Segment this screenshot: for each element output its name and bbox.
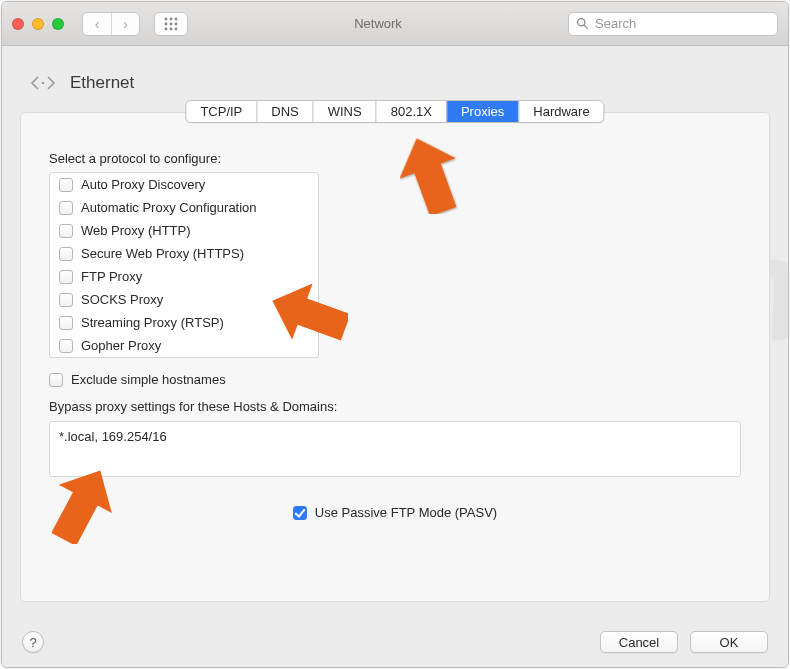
close-window-button[interactable] (12, 18, 24, 30)
exclude-checkbox[interactable] (49, 373, 63, 387)
svg-point-8 (175, 27, 178, 30)
protocol-label: FTP Proxy (81, 269, 142, 284)
pasv-row[interactable]: Use Passive FTP Mode (PASV) (49, 505, 741, 520)
window-frame: ‹ › Network Search PCrisk.com Ethernet T… (1, 1, 789, 668)
bottom-bar: ? Cancel OK (22, 631, 768, 653)
svg-point-2 (175, 17, 178, 20)
traffic-lights (12, 18, 64, 30)
bypass-label: Bypass proxy settings for these Hosts & … (49, 399, 741, 414)
window-title: Network (196, 16, 560, 31)
tab-wins[interactable]: WINS (313, 101, 376, 122)
checkbox[interactable] (59, 339, 73, 353)
bypass-textarea[interactable]: *.local, 169.254/16 (49, 421, 741, 477)
protocol-list: Auto Proxy Discovery Automatic Proxy Con… (49, 172, 319, 358)
cancel-button[interactable]: Cancel (600, 631, 678, 653)
minimize-window-button[interactable] (32, 18, 44, 30)
chevron-left-icon: ‹ (95, 16, 100, 32)
checkbox[interactable] (59, 316, 73, 330)
protocol-label: Streaming Proxy (RTSP) (81, 315, 224, 330)
svg-point-3 (165, 22, 168, 25)
nav-buttons: ‹ › (82, 12, 140, 36)
zoom-window-button[interactable] (52, 18, 64, 30)
protocol-label: Secure Web Proxy (HTTPS) (81, 246, 244, 261)
protocol-label: Auto Proxy Discovery (81, 177, 205, 192)
protocol-label: Automatic Proxy Configuration (81, 200, 257, 215)
protocol-row[interactable]: SOCKS Proxy (50, 288, 318, 311)
protocol-label: Web Proxy (HTTP) (81, 223, 191, 238)
protocol-section-label: Select a protocol to configure: (49, 151, 741, 166)
checkbox[interactable] (59, 201, 73, 215)
tab-8021x[interactable]: 802.1X (376, 101, 446, 122)
content-area: PCrisk.com Ethernet TCP/IP DNS WINS 802.… (2, 46, 788, 667)
tab-tcpip[interactable]: TCP/IP (186, 101, 256, 122)
forward-button[interactable]: › (111, 13, 139, 35)
protocol-label: Gopher Proxy (81, 338, 161, 353)
chevron-right-icon: › (123, 16, 128, 32)
checkbox[interactable] (59, 293, 73, 307)
checkbox[interactable] (59, 247, 73, 261)
checkbox[interactable] (59, 224, 73, 238)
search-icon (576, 17, 589, 30)
protocol-row[interactable]: FTP Proxy (50, 265, 318, 288)
exclude-hostnames-row[interactable]: Exclude simple hostnames (49, 372, 741, 387)
ok-button[interactable]: OK (690, 631, 768, 653)
svg-line-10 (584, 25, 587, 28)
protocol-row[interactable]: Secure Web Proxy (HTTPS) (50, 242, 318, 265)
back-button[interactable]: ‹ (83, 13, 111, 35)
protocol-row[interactable]: Gopher Proxy (50, 334, 318, 357)
action-buttons: Cancel OK (600, 631, 768, 653)
protocol-row[interactable]: Auto Proxy Discovery (50, 173, 318, 196)
panel-inner: Select a protocol to configure: Auto Pro… (21, 113, 769, 542)
show-all-button[interactable] (154, 12, 188, 36)
svg-point-1 (170, 17, 173, 20)
protocol-row[interactable]: Web Proxy (HTTP) (50, 219, 318, 242)
pane-title: Ethernet (70, 73, 134, 93)
svg-point-6 (165, 27, 168, 30)
ethernet-icon (28, 68, 58, 98)
svg-point-11 (42, 82, 45, 85)
svg-point-7 (170, 27, 173, 30)
pasv-label: Use Passive FTP Mode (PASV) (315, 505, 497, 520)
exclude-label: Exclude simple hostnames (71, 372, 226, 387)
pasv-checkbox[interactable] (293, 506, 307, 520)
help-button[interactable]: ? (22, 631, 44, 653)
grid-icon (164, 17, 178, 31)
titlebar: ‹ › Network Search (2, 2, 788, 46)
protocol-label: SOCKS Proxy (81, 292, 163, 307)
search-placeholder: Search (595, 16, 636, 31)
svg-point-5 (175, 22, 178, 25)
search-field[interactable]: Search (568, 12, 778, 36)
tab-hardware[interactable]: Hardware (518, 101, 603, 122)
tab-dns[interactable]: DNS (256, 101, 312, 122)
svg-point-4 (170, 22, 173, 25)
settings-panel: TCP/IP DNS WINS 802.1X Proxies Hardware … (20, 112, 770, 602)
checkbox[interactable] (59, 270, 73, 284)
tabbar: TCP/IP DNS WINS 802.1X Proxies Hardware (185, 100, 604, 123)
tab-proxies[interactable]: Proxies (446, 101, 518, 122)
checkbox[interactable] (59, 178, 73, 192)
protocol-row[interactable]: Automatic Proxy Configuration (50, 196, 318, 219)
pane-header: Ethernet (28, 68, 770, 98)
svg-point-0 (165, 17, 168, 20)
protocol-row[interactable]: Streaming Proxy (RTSP) (50, 311, 318, 334)
